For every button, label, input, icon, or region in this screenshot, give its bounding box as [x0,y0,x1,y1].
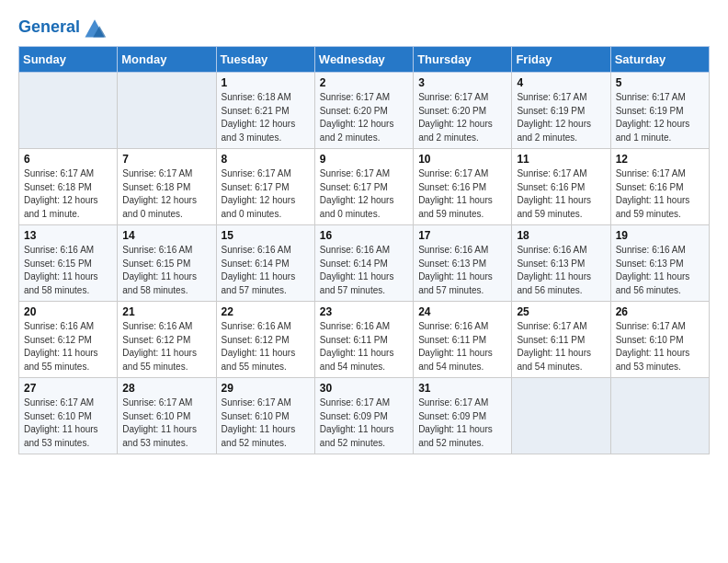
day-cell: 21Sunrise: 6:16 AM Sunset: 6:12 PM Dayli… [118,302,216,378]
day-info: Sunrise: 6:17 AM Sunset: 6:16 PM Dayligh… [616,167,704,221]
day-cell: 18Sunrise: 6:16 AM Sunset: 6:13 PM Dayli… [512,225,610,302]
day-cell: 23Sunrise: 6:16 AM Sunset: 6:11 PM Dayli… [314,302,413,378]
weekday-header-saturday: Saturday [610,47,709,73]
weekday-header-wednesday: Wednesday [314,47,413,73]
logo-icon [82,15,108,40]
day-info: Sunrise: 6:17 AM Sunset: 6:11 PM Dayligh… [517,320,605,373]
weekday-header-monday: Monday [118,47,216,73]
calendar-page: General SundayMondayTuesdayWednesdayThur… [0,0,728,563]
weekday-header-row: SundayMondayTuesdayWednesdayThursdayFrid… [19,47,710,73]
day-number: 17 [418,229,506,242]
week-row-2: 6Sunrise: 6:17 AM Sunset: 6:18 PM Daylig… [19,149,710,225]
day-cell [512,378,610,454]
day-cell: 15Sunrise: 6:16 AM Sunset: 6:14 PM Dayli… [216,225,314,302]
day-number: 8 [222,153,310,166]
day-info: Sunrise: 6:17 AM Sunset: 6:17 PM Dayligh… [222,167,310,221]
calendar-table: SundayMondayTuesdayWednesdayThursdayFrid… [18,46,710,454]
day-cell: 25Sunrise: 6:17 AM Sunset: 6:11 PM Dayli… [512,302,610,378]
header: General [18,15,710,37]
day-cell: 7Sunrise: 6:17 AM Sunset: 6:18 PM Daylig… [118,149,216,225]
day-info: Sunrise: 6:17 AM Sunset: 6:09 PM Dayligh… [320,396,408,450]
weekday-header-thursday: Thursday [414,47,512,73]
day-info: Sunrise: 6:17 AM Sunset: 6:09 PM Dayligh… [418,396,506,450]
day-cell: 13Sunrise: 6:16 AM Sunset: 6:15 PM Dayli… [19,225,118,302]
day-info: Sunrise: 6:17 AM Sunset: 6:10 PM Dayligh… [616,320,704,373]
day-cell: 12Sunrise: 6:17 AM Sunset: 6:16 PM Dayli… [610,149,709,225]
day-number: 18 [517,229,605,242]
logo: General [18,15,108,37]
day-info: Sunrise: 6:17 AM Sunset: 6:18 PM Dayligh… [122,167,210,221]
day-number: 25 [517,305,605,318]
day-number: 5 [616,76,704,89]
day-info: Sunrise: 6:17 AM Sunset: 6:20 PM Dayligh… [320,91,408,144]
day-cell: 8Sunrise: 6:17 AM Sunset: 6:17 PM Daylig… [216,149,314,225]
day-number: 7 [122,153,210,166]
day-cell: 4Sunrise: 6:17 AM Sunset: 6:19 PM Daylig… [512,73,610,149]
day-info: Sunrise: 6:16 AM Sunset: 6:13 PM Dayligh… [517,244,605,297]
day-number: 27 [24,382,112,395]
day-cell: 27Sunrise: 6:17 AM Sunset: 6:10 PM Dayli… [19,378,118,454]
day-number: 29 [222,382,310,395]
day-cell: 30Sunrise: 6:17 AM Sunset: 6:09 PM Dayli… [314,378,413,454]
day-cell [19,73,118,149]
weekday-header-friday: Friday [512,47,610,73]
day-cell: 24Sunrise: 6:16 AM Sunset: 6:11 PM Dayli… [414,302,512,378]
week-row-1: 1Sunrise: 6:18 AM Sunset: 6:21 PM Daylig… [19,73,710,149]
day-number: 20 [24,305,112,318]
day-number: 4 [517,76,605,89]
day-number: 24 [418,305,506,318]
day-cell: 2Sunrise: 6:17 AM Sunset: 6:20 PM Daylig… [314,73,413,149]
day-info: Sunrise: 6:17 AM Sunset: 6:16 PM Dayligh… [517,167,605,221]
day-cell: 9Sunrise: 6:17 AM Sunset: 6:17 PM Daylig… [314,149,413,225]
day-info: Sunrise: 6:16 AM Sunset: 6:15 PM Dayligh… [122,244,210,297]
day-cell [610,378,709,454]
week-row-4: 20Sunrise: 6:16 AM Sunset: 6:12 PM Dayli… [19,302,710,378]
day-number: 1 [222,76,310,89]
day-cell: 5Sunrise: 6:17 AM Sunset: 6:19 PM Daylig… [610,73,709,149]
day-info: Sunrise: 6:17 AM Sunset: 6:20 PM Dayligh… [418,91,506,144]
day-number: 26 [616,305,704,318]
day-info: Sunrise: 6:16 AM Sunset: 6:12 PM Dayligh… [24,320,112,373]
day-cell: 22Sunrise: 6:16 AM Sunset: 6:12 PM Dayli… [216,302,314,378]
day-info: Sunrise: 6:18 AM Sunset: 6:21 PM Dayligh… [222,91,310,144]
day-info: Sunrise: 6:17 AM Sunset: 6:17 PM Dayligh… [320,167,408,221]
day-info: Sunrise: 6:17 AM Sunset: 6:16 PM Dayligh… [418,167,506,221]
day-cell: 26Sunrise: 6:17 AM Sunset: 6:10 PM Dayli… [610,302,709,378]
day-number: 9 [320,153,408,166]
day-number: 10 [418,153,506,166]
day-number: 12 [616,153,704,166]
day-info: Sunrise: 6:17 AM Sunset: 6:10 PM Dayligh… [24,396,112,450]
day-number: 15 [222,229,310,242]
day-info: Sunrise: 6:16 AM Sunset: 6:12 PM Dayligh… [122,320,210,373]
day-number: 23 [320,305,408,318]
day-cell [118,73,216,149]
day-cell: 16Sunrise: 6:16 AM Sunset: 6:14 PM Dayli… [314,225,413,302]
day-cell: 28Sunrise: 6:17 AM Sunset: 6:10 PM Dayli… [118,378,216,454]
day-number: 31 [418,382,506,395]
day-cell: 20Sunrise: 6:16 AM Sunset: 6:12 PM Dayli… [19,302,118,378]
day-info: Sunrise: 6:17 AM Sunset: 6:18 PM Dayligh… [24,167,112,221]
day-cell: 31Sunrise: 6:17 AM Sunset: 6:09 PM Dayli… [414,378,512,454]
day-number: 28 [122,382,210,395]
day-number: 2 [320,76,408,89]
week-row-5: 27Sunrise: 6:17 AM Sunset: 6:10 PM Dayli… [19,378,710,454]
day-number: 21 [122,305,210,318]
day-number: 19 [616,229,704,242]
day-number: 22 [222,305,310,318]
day-info: Sunrise: 6:16 AM Sunset: 6:11 PM Dayligh… [418,320,506,373]
day-number: 13 [24,229,112,242]
day-cell: 14Sunrise: 6:16 AM Sunset: 6:15 PM Dayli… [118,225,216,302]
week-row-3: 13Sunrise: 6:16 AM Sunset: 6:15 PM Dayli… [19,225,710,302]
day-cell: 10Sunrise: 6:17 AM Sunset: 6:16 PM Dayli… [414,149,512,225]
day-info: Sunrise: 6:16 AM Sunset: 6:14 PM Dayligh… [222,244,310,297]
day-cell: 11Sunrise: 6:17 AM Sunset: 6:16 PM Dayli… [512,149,610,225]
day-info: Sunrise: 6:17 AM Sunset: 6:19 PM Dayligh… [517,91,605,144]
weekday-header-tuesday: Tuesday [216,47,314,73]
day-info: Sunrise: 6:17 AM Sunset: 6:19 PM Dayligh… [616,91,704,144]
weekday-header-sunday: Sunday [19,47,118,73]
day-info: Sunrise: 6:16 AM Sunset: 6:13 PM Dayligh… [418,244,506,297]
day-number: 14 [122,229,210,242]
day-cell: 3Sunrise: 6:17 AM Sunset: 6:20 PM Daylig… [414,73,512,149]
day-cell: 29Sunrise: 6:17 AM Sunset: 6:10 PM Dayli… [216,378,314,454]
day-info: Sunrise: 6:16 AM Sunset: 6:15 PM Dayligh… [24,244,112,297]
